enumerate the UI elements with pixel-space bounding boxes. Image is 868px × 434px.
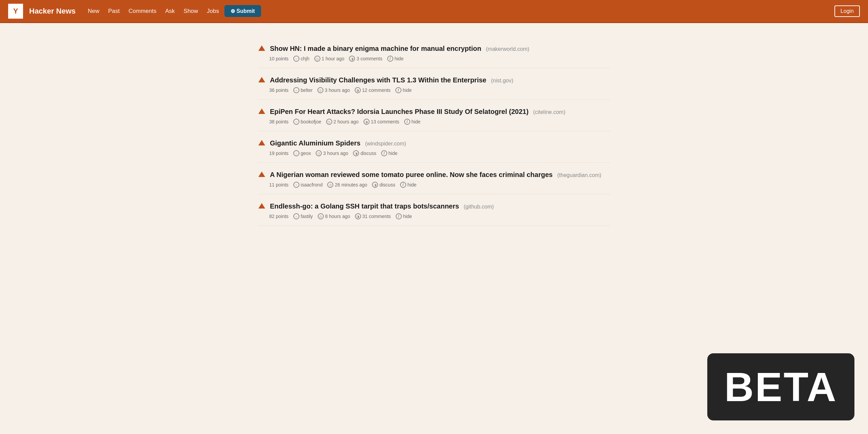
nav-ask[interactable]: Ask (162, 6, 178, 16)
time-item: ◷ 3 hours ago (316, 150, 348, 156)
main-content: Show HN: I made a binary enigma machine … (248, 23, 620, 239)
user-icon: ○ (293, 56, 299, 62)
time-item: ◷ 26 minutes ago (327, 182, 367, 188)
upvote-triangle-icon (258, 45, 265, 51)
hide-item: hide (404, 119, 420, 125)
comments-link[interactable]: discuss (360, 151, 376, 156)
hide-link[interactable]: hide (412, 119, 420, 124)
upvote-triangle-icon (258, 140, 265, 145)
comment-icon: ◑ (349, 56, 355, 62)
login-button[interactable]: Login (834, 5, 860, 17)
story-meta: 19 points ○ geox ◷ 3 hours ago ◑ discuss… (258, 150, 610, 156)
site-title: Hacker News (29, 7, 76, 16)
comments-link[interactable]: 13 comments (371, 119, 399, 124)
author-item: ○ belter (293, 87, 313, 93)
points-value: 10 points (269, 56, 289, 61)
time-item: ◷ 8 hours ago (318, 213, 350, 219)
comments-item: ◑ discuss (372, 182, 395, 188)
upvote-button[interactable] (258, 76, 266, 84)
story-title-link[interactable]: Addressing Visibility Challenges with TL… (270, 76, 513, 84)
comment-icon: ◑ (363, 119, 370, 125)
time-value: 2 hours ago (334, 119, 359, 124)
clock-icon: ◷ (314, 56, 320, 62)
nav-past[interactable]: Past (105, 6, 123, 16)
upvote-button[interactable] (258, 45, 266, 53)
logo-box[interactable]: Y (8, 4, 23, 19)
story-domain: (windspider.com) (365, 141, 406, 146)
author-link[interactable]: fastily (301, 214, 313, 219)
upvote-triangle-icon (258, 108, 265, 114)
author-item: ○ fastily (293, 213, 313, 219)
nav-jobs[interactable]: Jobs (203, 6, 222, 16)
points-item: 10 points (269, 56, 289, 61)
nav-show[interactable]: Show (180, 6, 202, 16)
story-domain: (theguardian.com) (557, 172, 601, 178)
hide-link[interactable]: hide (395, 56, 403, 61)
time-value: 26 minutes ago (335, 182, 367, 188)
hide-icon (387, 56, 393, 62)
logo-letter: Y (13, 7, 18, 16)
story-title-link[interactable]: Gigantic Aluminium Spiders (windspider.c… (270, 139, 406, 147)
story-title-link[interactable]: Endlessh-go: a Golang SSH tarpit that tr… (270, 202, 494, 211)
author-item: ○ chjh (293, 56, 310, 62)
time-value: 3 hours ago (325, 87, 350, 93)
hide-item: hide (387, 56, 403, 62)
points-value: 19 points (269, 151, 289, 156)
points-value: 82 points (269, 214, 289, 219)
story-list: Show HN: I made a binary enigma machine … (258, 37, 610, 226)
comments-link[interactable]: discuss (379, 182, 395, 188)
upvote-triangle-icon (258, 77, 265, 82)
hide-icon (395, 87, 401, 93)
points-item: 19 points (269, 151, 289, 156)
author-link[interactable]: geox (301, 151, 311, 156)
story-title-link[interactable]: EpiPen For Heart Attacks? Idorsia Launch… (270, 107, 566, 116)
site-header: Y Hacker News New Past Comments Ask Show… (0, 0, 868, 23)
upvote-button[interactable] (258, 202, 266, 210)
story-title-link[interactable]: Show HN: I made a binary enigma machine … (270, 44, 529, 53)
comments-link[interactable]: 12 comments (362, 87, 391, 93)
story-item: EpiPen For Heart Attacks? Idorsia Launch… (258, 100, 610, 131)
hide-link[interactable]: hide (403, 87, 412, 93)
upvote-button[interactable] (258, 108, 266, 116)
points-value: 11 points (269, 182, 289, 188)
time-item: ◷ 3 hours ago (317, 87, 350, 93)
author-link[interactable]: belter (301, 87, 313, 93)
nav-new[interactable]: New (84, 6, 103, 16)
story-domain: (citeline.com) (533, 109, 565, 115)
user-icon: ○ (293, 182, 299, 188)
comment-icon: ◑ (355, 87, 361, 93)
hide-link[interactable]: hide (389, 151, 397, 156)
story-domain: (github.com) (463, 204, 494, 210)
author-link[interactable]: bookofjoe (301, 119, 321, 124)
author-link[interactable]: isaacfrond (301, 182, 323, 188)
time-value: 1 hour ago (322, 56, 344, 61)
submit-button[interactable]: ⊕ Submit (224, 5, 261, 17)
time-item: ◷ 1 hour ago (314, 56, 344, 62)
author-link[interactable]: chjh (301, 56, 310, 61)
comments-link[interactable]: 3 comments (356, 56, 382, 61)
user-icon: ○ (293, 87, 299, 93)
upvote-button[interactable] (258, 171, 266, 179)
story-item: Gigantic Aluminium Spiders (windspider.c… (258, 131, 610, 163)
hide-link[interactable]: hide (403, 214, 412, 219)
points-item: 36 points (269, 87, 289, 93)
story-domain: (makerworld.com) (486, 46, 529, 52)
clock-icon: ◷ (318, 213, 324, 219)
story-meta: 38 points ○ bookofjoe ◷ 2 hours ago ◑ 13… (258, 119, 610, 125)
nav-comments[interactable]: Comments (125, 6, 160, 16)
upvote-button[interactable] (258, 139, 266, 147)
hide-icon (404, 119, 410, 125)
comments-item: ◑ discuss (353, 150, 376, 156)
hide-link[interactable]: hide (408, 182, 416, 188)
clock-icon: ◷ (316, 150, 322, 156)
story-meta: 36 points ○ belter ◷ 3 hours ago ◑ 12 co… (258, 87, 610, 93)
clock-icon: ◷ (327, 182, 333, 188)
comment-icon: ◑ (353, 150, 359, 156)
comment-icon: ◑ (355, 213, 361, 219)
story-meta: 82 points ○ fastily ◷ 8 hours ago ◑ 31 c… (258, 213, 610, 219)
comments-link[interactable]: 31 comments (362, 214, 391, 219)
hide-item: hide (400, 182, 416, 188)
points-value: 36 points (269, 87, 289, 93)
time-item: ◷ 2 hours ago (326, 119, 359, 125)
story-title-link[interactable]: A Nigerian woman reviewed some tomato pu… (270, 170, 601, 179)
